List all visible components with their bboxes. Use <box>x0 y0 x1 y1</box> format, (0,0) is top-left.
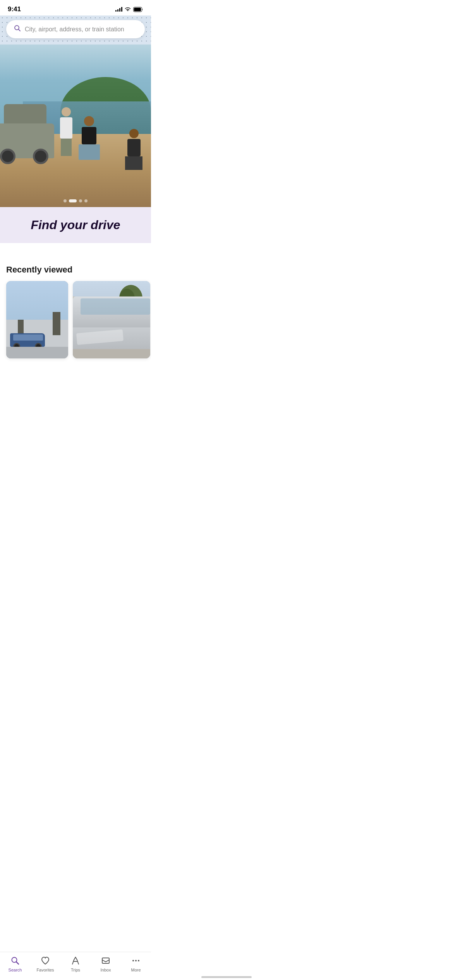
dot-1 <box>63 199 67 202</box>
person-2 <box>79 116 100 166</box>
search-placeholder: City, airport, address, or train station <box>25 26 124 33</box>
svg-line-3 <box>19 29 21 31</box>
carousel-dots <box>63 199 88 202</box>
wifi-icon <box>125 7 131 12</box>
battery-icon <box>133 7 143 12</box>
car-card-2[interactable] <box>73 281 150 358</box>
recently-viewed-title: Recently viewed <box>6 265 145 275</box>
dot-3 <box>79 199 82 202</box>
dot-2-active <box>69 199 77 202</box>
search-area: City, airport, address, or train station <box>0 15 151 45</box>
recently-viewed-cards <box>6 281 145 358</box>
dot-4 <box>84 199 88 202</box>
jeep-silhouette <box>0 81 58 158</box>
car-card-2-image <box>73 281 150 358</box>
car-card-1[interactable] <box>6 281 68 358</box>
signal-bars-icon <box>115 7 122 12</box>
recently-viewed-section: Recently viewed <box>0 254 151 365</box>
find-drive-banner[interactable]: Find your drive <box>0 207 151 243</box>
status-icons <box>115 7 143 12</box>
search-bar[interactable]: City, airport, address, or train station <box>6 20 145 38</box>
status-bar: 9:41 <box>0 0 151 15</box>
search-icon <box>14 25 21 34</box>
svg-rect-1 <box>134 8 141 11</box>
hero-image <box>0 45 151 207</box>
status-time: 9:41 <box>8 5 21 13</box>
car-card-1-image <box>6 281 68 358</box>
person-3 <box>124 129 144 171</box>
find-drive-text: Find your drive <box>31 218 120 232</box>
beach-scene <box>0 45 151 207</box>
person-1 <box>57 107 75 161</box>
